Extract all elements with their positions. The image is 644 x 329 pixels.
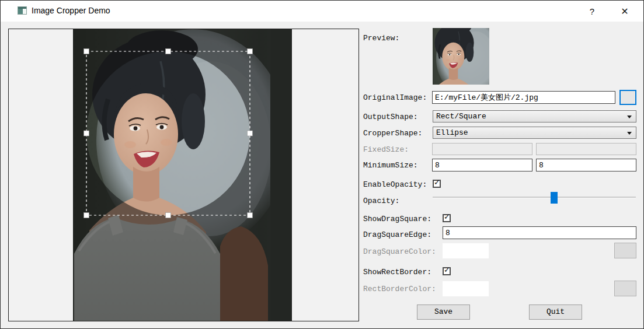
output-shape-label: OutputShape: [363,113,418,121]
app-window: Image Cropper Demo ? ✕ [0,0,644,329]
checkmark-icon: ✓ [444,212,450,221]
browse-button[interactable] [619,90,636,105]
drag-square-color-label: DragSquareColor: [363,247,436,256]
dropdown-arrow-icon [627,132,632,135]
crop-drag-handle[interactable] [248,213,253,218]
title-bar: Image Cropper Demo ? ✕ [1,1,643,22]
photo-container [73,29,292,321]
enable-opacity-label: EnableOpacity: [363,180,427,189]
minimum-size-label: MinimumSize: [363,161,418,170]
checkmark-icon: ✓ [444,265,450,274]
crop-ellipse-region[interactable] [86,51,250,215]
fixed-size-height-input [536,143,636,155]
drag-square-edge-input[interactable] [443,226,636,239]
rect-border-color-button[interactable] [614,281,636,296]
preview-label: Preview: [363,34,399,43]
save-button[interactable]: Save [417,304,470,320]
window-title: Image Cropper Demo [32,6,110,15]
drag-square-color-button[interactable] [614,243,636,258]
cropper-shape-select[interactable]: Ellipse [433,127,636,139]
rect-border-color-swatch [443,281,489,296]
rect-border-color-label: RectBorderColor: [363,285,436,293]
dropdown-arrow-icon [627,116,632,118]
drag-square-edge-label: DragSquareEdge: [363,230,431,239]
crop-drag-handle[interactable] [248,131,253,136]
image-frame [8,29,359,321]
opacity-slider[interactable] [433,192,636,204]
opacity-slider-handle[interactable] [551,192,558,204]
minimum-size-height-input[interactable] [536,159,636,172]
crop-drag-handle[interactable] [84,213,89,218]
cropper-canvas [73,29,292,321]
output-shape-select[interactable]: Rect/Square [433,110,636,123]
help-button[interactable]: ? [582,5,602,19]
preview-image [433,28,489,85]
original-image-label: OriginalImage: [363,93,427,102]
enable-opacity-checkbox[interactable]: ✓ [433,180,441,188]
opacity-label: Opacity: [363,197,399,205]
minimum-size-width-input[interactable] [432,159,532,172]
show-rect-border-checkbox[interactable]: ✓ [443,267,451,275]
fixed-size-label: FixedSize: [363,145,409,154]
show-drag-square-label: ShowDragSquare: [363,215,431,223]
cropper-shape-label: CropperShape: [363,129,422,138]
crop-drag-handle[interactable] [166,213,171,218]
show-drag-square-checkbox[interactable]: ✓ [443,214,451,222]
close-button[interactable]: ✕ [615,5,635,19]
cropper-shape-value: Ellipse [436,128,468,137]
crop-drag-handle[interactable] [84,49,89,54]
app-icon [18,6,27,15]
crop-drag-handle[interactable] [166,49,171,54]
output-shape-value: Rect/Square [436,112,486,121]
quit-button[interactable]: Quit [529,304,582,320]
opacity-slider-track[interactable] [433,197,636,198]
crop-drag-handle[interactable] [84,131,89,136]
drag-square-color-swatch [443,243,489,258]
checkmark-icon: ✓ [434,178,440,187]
show-rect-border-label: ShowRectBorder: [363,268,431,276]
crop-drag-handle[interactable] [248,49,253,54]
original-image-input[interactable] [432,91,615,104]
fixed-size-width-input [432,143,532,155]
